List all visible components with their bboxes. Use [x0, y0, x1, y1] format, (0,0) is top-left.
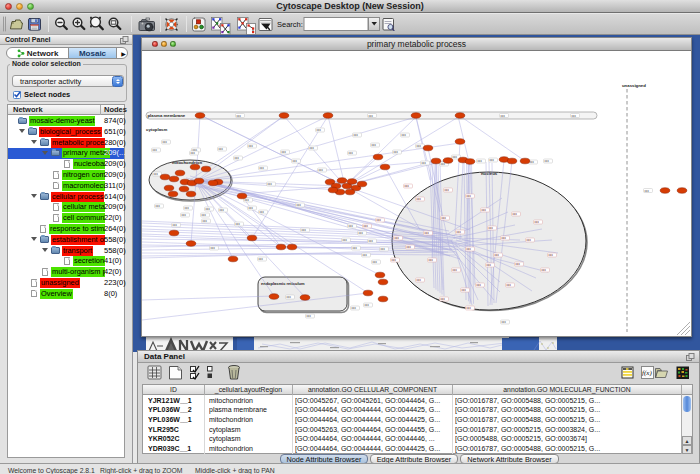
svg-text:▮▮▮: ▮▮▮	[527, 239, 532, 242]
svg-text:▮▮▮: ▮▮▮	[545, 160, 550, 163]
svg-text:▮▮▮: ▮▮▮	[516, 263, 521, 266]
svg-text:▮▮▮: ▮▮▮	[259, 258, 264, 261]
svg-text:▮▮▮: ▮▮▮	[352, 307, 357, 310]
svg-text:▮▮▮: ▮▮▮	[317, 129, 322, 132]
svg-text:▮▮▮: ▮▮▮	[502, 237, 507, 240]
svg-text:▮▮▮: ▮▮▮	[572, 115, 577, 118]
svg-text:▮▮▮: ▮▮▮	[549, 254, 554, 257]
svg-text:▮▮▮: ▮▮▮	[425, 232, 430, 235]
svg-text:▮▮▮: ▮▮▮	[467, 248, 472, 251]
svg-text:▮▮▮: ▮▮▮	[513, 213, 518, 216]
svg-text:▮▮▮: ▮▮▮	[645, 190, 650, 193]
svg-text:▮▮▮: ▮▮▮	[495, 254, 500, 257]
svg-text:▮▮▮: ▮▮▮	[319, 169, 324, 172]
svg-text:▮▮▮: ▮▮▮	[220, 209, 225, 212]
svg-text:▮▮▮: ▮▮▮	[442, 217, 447, 220]
svg-text:▮▮▮: ▮▮▮	[482, 209, 487, 212]
svg-text:plasma membrane: plasma membrane	[148, 113, 186, 118]
svg-text:▮▮▮: ▮▮▮	[173, 224, 178, 227]
svg-text:▮▮▮: ▮▮▮	[363, 254, 368, 257]
svg-text:▮▮▮: ▮▮▮	[372, 144, 377, 147]
svg-text:▮▮▮: ▮▮▮	[422, 162, 427, 165]
svg-text:▮▮▮: ▮▮▮	[441, 298, 446, 301]
svg-text:▮▮▮: ▮▮▮	[260, 211, 265, 214]
svg-text:f(x): f(x)	[642, 369, 652, 377]
svg-text:▮▮▮: ▮▮▮	[203, 220, 208, 223]
svg-text:▮▮▮: ▮▮▮	[245, 199, 250, 202]
svg-text:▮▮▮: ▮▮▮	[395, 237, 400, 240]
svg-text:▮▮▮: ▮▮▮	[502, 321, 507, 324]
svg-text:▮▮▮: ▮▮▮	[354, 134, 359, 137]
svg-text:▮▮▮: ▮▮▮	[235, 157, 240, 160]
svg-text:▮▮▮: ▮▮▮	[417, 198, 422, 201]
svg-text:▮▮▮: ▮▮▮	[236, 223, 241, 226]
svg-text:▮▮▮: ▮▮▮	[417, 279, 422, 282]
svg-text:▮▮▮: ▮▮▮	[467, 195, 472, 198]
svg-text:▮▮▮: ▮▮▮	[542, 269, 547, 272]
svg-text:▮▮▮: ▮▮▮	[185, 207, 190, 210]
svg-text:▮▮▮: ▮▮▮	[249, 207, 254, 210]
svg-text:▮▮▮: ▮▮▮	[429, 259, 434, 262]
svg-text:▮▮▮: ▮▮▮	[282, 151, 287, 154]
svg-text:▮▮▮: ▮▮▮	[287, 296, 292, 299]
svg-text:▮▮▮: ▮▮▮	[211, 247, 216, 250]
svg-text:▮▮▮: ▮▮▮	[206, 208, 211, 211]
svg-text:▮▮▮: ▮▮▮	[154, 173, 159, 176]
svg-text:▮▮▮: ▮▮▮	[487, 264, 492, 267]
svg-text:▮▮▮: ▮▮▮	[405, 185, 410, 188]
svg-text:▮▮▮: ▮▮▮	[364, 225, 369, 228]
svg-text:▮▮▮: ▮▮▮	[445, 189, 450, 192]
svg-text:mitochondrion: mitochondrion	[172, 160, 202, 165]
svg-text:▮▮▮: ▮▮▮	[307, 315, 312, 318]
svg-text:▮▮▮: ▮▮▮	[343, 239, 348, 242]
svg-text:▮▮▮: ▮▮▮	[490, 159, 495, 162]
svg-text:▮▮▮: ▮▮▮	[467, 307, 472, 310]
svg-text:▮▮▮: ▮▮▮	[297, 204, 302, 207]
svg-text:▮▮▮: ▮▮▮	[202, 214, 207, 217]
svg-text:▮▮▮: ▮▮▮	[153, 149, 158, 152]
svg-text:▮▮▮: ▮▮▮	[369, 240, 374, 243]
svg-text:▮▮▮: ▮▮▮	[353, 247, 358, 250]
svg-text:▮▮▮: ▮▮▮	[369, 115, 374, 118]
svg-text:▮▮▮: ▮▮▮	[377, 219, 382, 222]
svg-text:▮▮▮: ▮▮▮	[249, 145, 254, 148]
svg-text:▮▮▮: ▮▮▮	[453, 156, 458, 159]
svg-text:▮▮▮: ▮▮▮	[453, 269, 458, 272]
svg-text:▮▮▮: ▮▮▮	[191, 152, 196, 155]
svg-text:▮▮▮: ▮▮▮	[381, 248, 386, 251]
svg-text:▮▮▮: ▮▮▮	[310, 147, 315, 150]
svg-text:▮▮▮: ▮▮▮	[501, 115, 506, 118]
svg-text:▮▮▮: ▮▮▮	[407, 246, 412, 249]
svg-text:▮▮▮: ▮▮▮	[302, 229, 307, 232]
svg-text:▮▮▮: ▮▮▮	[477, 284, 482, 287]
svg-text:▮▮▮: ▮▮▮	[156, 205, 161, 208]
svg-text:▮▮▮: ▮▮▮	[394, 151, 399, 154]
svg-text:unassigned: unassigned	[622, 83, 646, 88]
svg-text:▮▮▮: ▮▮▮	[219, 148, 224, 151]
svg-text:▮▮▮: ▮▮▮	[373, 261, 378, 264]
svg-text:▮▮▮: ▮▮▮	[260, 167, 265, 170]
svg-text:▮▮▮: ▮▮▮	[293, 160, 298, 163]
svg-text:▮▮▮: ▮▮▮	[237, 115, 242, 118]
svg-text:▮▮▮: ▮▮▮	[457, 231, 462, 234]
svg-text:▮▮▮: ▮▮▮	[507, 284, 512, 287]
svg-text:▮▮▮: ▮▮▮	[268, 183, 273, 186]
svg-text:▮▮▮: ▮▮▮	[359, 232, 364, 235]
svg-text:▮▮▮: ▮▮▮	[530, 161, 535, 164]
svg-text:▮▮▮: ▮▮▮	[417, 145, 422, 148]
svg-text:▮▮▮: ▮▮▮	[349, 225, 354, 228]
svg-text:▮▮▮: ▮▮▮	[478, 160, 483, 163]
svg-text:▮▮▮: ▮▮▮	[163, 141, 168, 144]
svg-text:▮▮▮: ▮▮▮	[462, 289, 467, 292]
svg-text:▮▮▮: ▮▮▮	[489, 227, 494, 230]
svg-text:▮▮▮: ▮▮▮	[392, 259, 397, 262]
svg-text:endoplasmic reticulum: endoplasmic reticulum	[261, 281, 305, 286]
svg-text:▮▮▮: ▮▮▮	[402, 134, 407, 137]
svg-text:▮▮▮: ▮▮▮	[535, 221, 540, 224]
svg-text:cytoplasm: cytoplasm	[146, 127, 167, 132]
svg-text:▮▮▮: ▮▮▮	[441, 163, 446, 166]
svg-text:▮▮▮: ▮▮▮	[182, 214, 187, 217]
svg-text:▮▮▮: ▮▮▮	[349, 152, 354, 155]
svg-text:▮▮▮: ▮▮▮	[365, 304, 370, 307]
